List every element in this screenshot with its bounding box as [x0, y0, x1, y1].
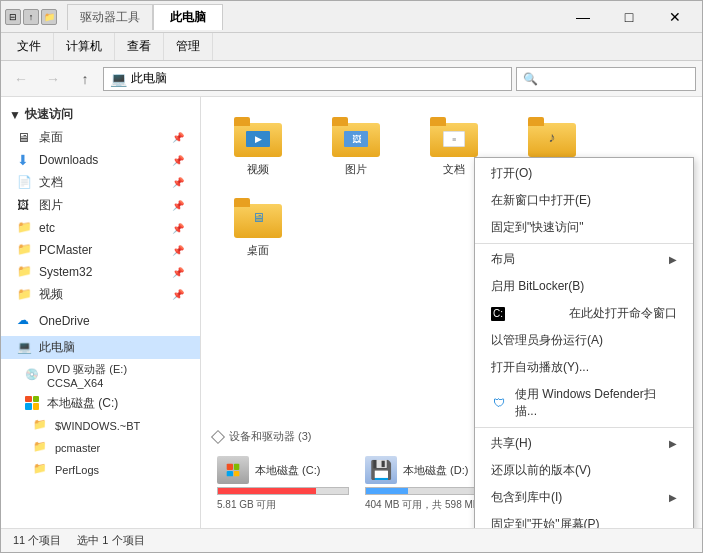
ctx-include-library-arrow: ▶ — [669, 492, 677, 503]
ctx-open-new-window[interactable]: 在新窗口中打开(E) — [475, 187, 693, 214]
folder-desktop[interactable]: 🖥 桌面 — [213, 190, 303, 263]
drive-d-fill — [366, 488, 408, 494]
ctx-include-library[interactable]: 包含到库中(I) ▶ — [475, 484, 693, 511]
sidebar-subitem-windows-bt[interactable]: 📁 $WINDOWS.~BT — [1, 415, 200, 437]
ribbon-tab-manage[interactable]: 管理 — [164, 33, 213, 60]
sidebar: ▼ 快速访问 🖥 桌面 📌 ⬇ Downloads 📌 📄 文档 📌 — [1, 97, 201, 528]
sidebar-item-pictures-label: 图片 — [39, 197, 63, 214]
back-button[interactable]: ← — [7, 65, 35, 93]
sidebar-item-etc[interactable]: 📁 etc 📌 — [1, 217, 200, 239]
sidebar-item-local-c[interactable]: 本地磁盘 (C:) — [1, 392, 200, 415]
folder-documents-icon: ≡ — [428, 115, 480, 159]
sidebar-item-pcmaster[interactable]: 📁 PCMaster 📌 — [1, 239, 200, 261]
pin-icon-pics: 📌 — [172, 200, 184, 211]
search-input[interactable]: 🔍 — [516, 67, 696, 91]
forward-button[interactable]: → — [39, 65, 67, 93]
sidebar-item-pictures[interactable]: 🖼 图片 📌 — [1, 194, 200, 217]
sidebar-item-onedrive[interactable]: ☁ OneDrive — [1, 310, 200, 332]
statusbar: 11 个项目 选中 1 个项目 — [1, 528, 702, 552]
sidebar-item-etc-label: etc — [39, 221, 55, 235]
content-area: ▶ 视频 🖼 图片 — [201, 97, 702, 528]
ctx-bitlocker-label: 启用 BitLocker(B) — [491, 278, 584, 295]
address-text: 此电脑 — [131, 70, 167, 87]
ctx-autoplay[interactable]: 打开自动播放(Y)... — [475, 354, 693, 381]
title-tabs: 驱动器工具 此电脑 — [67, 4, 223, 30]
folder-desktop-label: 桌面 — [247, 244, 269, 257]
titlebar: ⊟ ↑ 📁 驱动器工具 此电脑 — □ ✕ — [1, 1, 702, 33]
ctx-pin-quick-label: 固定到"快速访问" — [491, 219, 584, 236]
ctx-layout[interactable]: 布局 ▶ — [475, 246, 693, 273]
disk-c-icon — [25, 396, 41, 412]
pin-icon-etc: 📌 — [172, 223, 184, 234]
ctx-cmd[interactable]: C: 在此处打开命令窗口 — [475, 300, 693, 327]
sidebar-item-documents-label: 文档 — [39, 174, 63, 191]
tab-this-pc[interactable]: 此电脑 — [153, 4, 223, 30]
ctx-open-label: 打开(O) — [491, 165, 532, 182]
window-controls: — □ ✕ — [560, 1, 698, 33]
folder-video[interactable]: ▶ 视频 — [213, 109, 303, 182]
ctx-restore-prev[interactable]: 还原以前的版本(V) — [475, 457, 693, 484]
folder-documents-label: 文档 — [443, 163, 465, 176]
ctx-admin-run[interactable]: 以管理员身份运行(A) — [475, 327, 693, 354]
sidebar-subitem-perflogs[interactable]: 📁 PerfLogs — [1, 459, 200, 481]
sidebar-item-videos-label: 视频 — [39, 286, 63, 303]
ctx-layout-arrow: ▶ — [669, 254, 677, 265]
context-menu: 打开(O) 在新窗口中打开(E) 固定到"快速访问" 布局 ▶ 启用 BitLo… — [474, 157, 694, 528]
pictures-icon: 🖼 — [17, 198, 33, 214]
maximize-button[interactable]: □ — [606, 1, 652, 33]
ctx-bitlocker[interactable]: 启用 BitLocker(B) — [475, 273, 693, 300]
dvd-icon: 💿 — [25, 368, 41, 384]
toolbar: ← → ↑ 💻 此电脑 🔍 — [1, 61, 702, 97]
new-folder-icon[interactable]: 📁 — [41, 9, 57, 25]
ribbon-tab-view[interactable]: 查看 — [115, 33, 164, 60]
folder-desktop-icon: 🖥 — [232, 196, 284, 240]
ctx-pin-start[interactable]: 固定到"开始"屏幕(P) — [475, 511, 693, 528]
sidebar-thispc-section: 💻 此电脑 💿 DVD 驱动器 (E:) CCSA_X64 本地磁盘 (C:) — [1, 334, 200, 483]
pin-icon-docs: 📌 — [172, 177, 184, 188]
up-button[interactable]: ↑ — [71, 65, 99, 93]
sidebar-subitem-pcmaster[interactable]: 📁 pcmaster — [1, 437, 200, 459]
sidebar-item-desktop[interactable]: 🖥 桌面 📌 — [1, 126, 200, 149]
ctx-layout-label: 布局 — [491, 251, 515, 268]
etc-folder-icon: 📁 — [17, 220, 33, 236]
drive-c[interactable]: 本地磁盘 (C:) 5.81 GB 可用 — [213, 452, 353, 516]
sidebar-subitem-pcmaster-label: pcmaster — [55, 442, 100, 454]
documents-icon: 📄 — [17, 175, 33, 191]
sidebar-item-thispc[interactable]: 💻 此电脑 — [1, 336, 200, 359]
address-icon: 💻 — [110, 71, 127, 87]
sidebar-subitem-perflogs-label: PerfLogs — [55, 464, 99, 476]
close-button[interactable]: ✕ — [652, 1, 698, 33]
sidebar-quick-access-header[interactable]: ▼ 快速访问 — [1, 103, 200, 126]
pin-icon: 📌 — [172, 132, 184, 143]
ctx-open[interactable]: 打开(O) — [475, 160, 693, 187]
sidebar-item-documents[interactable]: 📄 文档 📌 — [1, 171, 200, 194]
sidebar-item-downloads[interactable]: ⬇ Downloads 📌 — [1, 149, 200, 171]
ctx-defender[interactable]: 🛡 使用 Windows Defender扫描... — [475, 381, 693, 425]
sidebar-item-dvd[interactable]: 💿 DVD 驱动器 (E:) CCSA_X64 — [1, 359, 200, 392]
downloads-icon: ⬇ — [17, 152, 33, 168]
ctx-share[interactable]: 共享(H) ▶ — [475, 430, 693, 457]
search-icon: 🔍 — [523, 72, 538, 86]
ctx-cmd-label: 在此处打开命令窗口 — [569, 305, 677, 322]
sidebar-item-desktop-label: 桌面 — [39, 129, 63, 146]
sidebar-item-videos[interactable]: 📁 视频 📌 — [1, 283, 200, 306]
address-bar[interactable]: 💻 此电脑 — [103, 67, 512, 91]
onedrive-icon: ☁ — [17, 313, 33, 329]
folder-video-icon: ▶ — [232, 115, 284, 159]
ribbon-tab-file[interactable]: 文件 — [5, 33, 54, 60]
sidebar-item-downloads-label: Downloads — [39, 153, 98, 167]
pin-icon-pcm: 📌 — [172, 245, 184, 256]
cmd-icon: C: — [491, 307, 505, 321]
sidebar-quick-access-label: 快速访问 — [25, 106, 73, 123]
sidebar-item-onedrive-label: OneDrive — [39, 314, 90, 328]
tab-driver-tools[interactable]: 驱动器工具 — [67, 4, 153, 30]
drive-d-label: 本地磁盘 (D:) — [403, 463, 468, 478]
up-icon-small[interactable]: ↑ — [23, 9, 39, 25]
minimize-button[interactable]: — — [560, 1, 606, 33]
ribbon-tab-computer[interactable]: 计算机 — [54, 33, 115, 60]
sidebar-item-system32[interactable]: 📁 System32 📌 — [1, 261, 200, 283]
titlebar-icons: ⊟ ↑ 📁 — [5, 9, 57, 25]
ctx-pin-quick[interactable]: 固定到"快速访问" — [475, 214, 693, 241]
folder-pictures[interactable]: 🖼 图片 — [311, 109, 401, 182]
quick-access-icon[interactable]: ⊟ — [5, 9, 21, 25]
